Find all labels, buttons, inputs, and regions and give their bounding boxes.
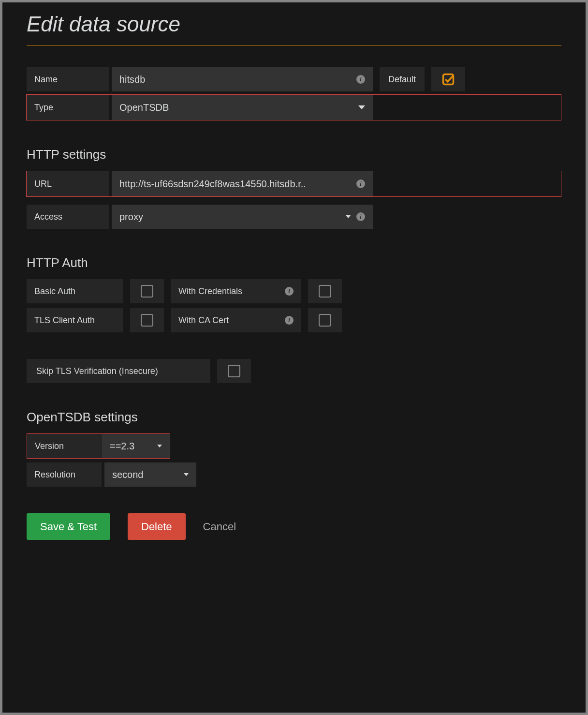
basic-auth-text: Basic Auth bbox=[34, 286, 75, 297]
page-title: Edit data source bbox=[27, 12, 561, 45]
edit-data-source-page: Edit data source Name i Default Type Ope… bbox=[0, 0, 588, 715]
info-icon[interactable]: i bbox=[356, 75, 365, 84]
http-settings-header: HTTP settings bbox=[27, 147, 561, 162]
info-icon[interactable]: i bbox=[356, 212, 365, 221]
with-ca-cert-text: With CA Cert bbox=[178, 315, 229, 326]
tls-client-auth-label: TLS Client Auth bbox=[27, 308, 123, 332]
url-input[interactable] bbox=[119, 179, 360, 190]
type-label: Type bbox=[27, 95, 109, 120]
info-icon[interactable]: i bbox=[285, 316, 294, 325]
default-checkbox-cell bbox=[431, 67, 465, 91]
action-buttons: Save & Test Delete Cancel bbox=[27, 513, 561, 540]
url-row: URL i bbox=[26, 171, 561, 197]
info-icon[interactable]: i bbox=[356, 179, 365, 188]
name-label: Name bbox=[27, 67, 109, 91]
svg-rect-0 bbox=[443, 74, 454, 85]
basic-auth-checkbox[interactable] bbox=[141, 285, 153, 298]
skip-tls-row: Skip TLS Verification (Insecure) bbox=[27, 359, 561, 383]
name-input-wrap: i bbox=[112, 67, 373, 91]
with-credentials-check-cell bbox=[308, 279, 342, 303]
auth-row-1: Basic Auth With Credentials i bbox=[27, 279, 561, 303]
basic-auth-check-cell bbox=[130, 279, 164, 303]
version-dropdown[interactable]: ==2.3 bbox=[102, 434, 170, 458]
auth-row-2: TLS Client Auth With CA Cert i bbox=[27, 308, 561, 332]
version-row: Version ==2.3 bbox=[27, 433, 170, 459]
with-ca-cert-label: With CA Cert i bbox=[171, 308, 301, 332]
url-input-wrap: i bbox=[112, 171, 373, 196]
access-dropdown-value: proxy bbox=[119, 211, 143, 223]
delete-button[interactable]: Delete bbox=[128, 513, 186, 540]
resolution-row: Resolution second bbox=[27, 462, 561, 487]
tls-client-auth-text: TLS Client Auth bbox=[34, 315, 95, 326]
basic-auth-label: Basic Auth bbox=[27, 279, 123, 303]
with-credentials-text: With Credentials bbox=[178, 286, 242, 297]
chevron-down-icon bbox=[358, 105, 365, 109]
skip-tls-checkbox[interactable] bbox=[228, 365, 240, 377]
opentsdb-settings-header: OpenTSDB settings bbox=[27, 410, 561, 425]
type-dropdown-value: OpenTSDB bbox=[119, 102, 169, 113]
save-test-button[interactable]: Save & Test bbox=[27, 513, 110, 540]
cancel-button[interactable]: Cancel bbox=[203, 521, 236, 533]
resolution-label: Resolution bbox=[27, 462, 102, 487]
with-ca-cert-check-cell bbox=[308, 308, 342, 332]
chevron-down-icon bbox=[346, 215, 351, 218]
resolution-dropdown-value: second bbox=[112, 469, 144, 480]
http-auth-header: HTTP Auth bbox=[27, 255, 561, 270]
chevron-down-icon bbox=[157, 445, 162, 447]
info-icon[interactable]: i bbox=[285, 287, 294, 296]
tls-client-auth-check-cell bbox=[130, 308, 164, 332]
access-dropdown[interactable]: proxy i bbox=[112, 205, 373, 229]
with-credentials-label: With Credentials i bbox=[171, 279, 301, 303]
name-input[interactable] bbox=[119, 74, 353, 85]
resolution-dropdown[interactable]: second bbox=[104, 462, 196, 487]
access-row: Access proxy i bbox=[27, 205, 561, 229]
name-row: Name i Default bbox=[27, 67, 561, 91]
url-label: URL bbox=[27, 171, 109, 196]
chevron-down-icon bbox=[184, 473, 189, 476]
with-credentials-checkbox[interactable] bbox=[319, 285, 331, 298]
default-label: Default bbox=[380, 67, 425, 91]
version-dropdown-value: ==2.3 bbox=[110, 441, 134, 452]
with-ca-cert-checkbox[interactable] bbox=[319, 314, 331, 327]
http-auth-grid: Basic Auth With Credentials i TLS Client… bbox=[27, 279, 561, 332]
default-checkbox[interactable] bbox=[441, 73, 455, 86]
type-row: Type OpenTSDB bbox=[26, 94, 561, 120]
skip-tls-label: Skip TLS Verification (Insecure) bbox=[27, 359, 210, 383]
skip-tls-check-cell bbox=[217, 359, 251, 383]
version-label: Version bbox=[27, 434, 102, 458]
access-label: Access bbox=[27, 205, 109, 229]
type-dropdown[interactable]: OpenTSDB bbox=[112, 95, 373, 120]
tls-client-auth-checkbox[interactable] bbox=[141, 314, 153, 327]
